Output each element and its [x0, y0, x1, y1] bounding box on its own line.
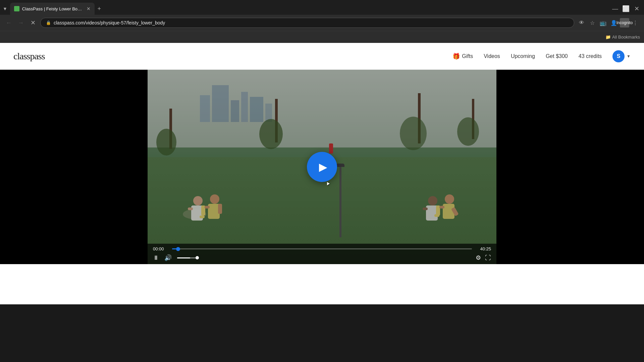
gifts-nav-link[interactable]: 🎁 Gifts [452, 53, 473, 60]
user-avatar: S [612, 50, 625, 62]
menu-button[interactable]: ⋮ [631, 18, 640, 27]
credits-nav-link[interactable]: 43 credits [579, 53, 602, 59]
pause-button[interactable]: ⏸ [153, 254, 159, 261]
pause-icon: ⏸ [153, 254, 159, 261]
controls-right: ⚙ ⛶ [476, 254, 491, 261]
bookmark-star-icon[interactable]: ☆ [588, 18, 597, 27]
volume-icon: 🔊 [164, 254, 172, 261]
classpass-logo[interactable]: classpass [13, 51, 45, 62]
new-tab-button[interactable]: + [95, 4, 104, 13]
active-tab[interactable]: ClassPass | Feisty Lower Body w... ✕ [10, 3, 95, 15]
toolbar-actions: 👁 ☆ 📺 👤 Incognito ⋮ [577, 18, 640, 27]
progress-thumb [176, 247, 180, 251]
bookmarks-label-text: All Bookmarks [612, 35, 640, 40]
back-button[interactable]: ← [4, 18, 13, 27]
play-icon: ▶ [319, 161, 327, 173]
browser-toolbar: ← → ✕ 🔒 classpass.com/videos/physique-57… [0, 15, 644, 31]
page-content: classpass 🎁 Gifts Videos Upcoming Get $3… [0, 43, 644, 304]
current-time: 00:00 [153, 246, 168, 251]
tab-favicon [14, 6, 19, 11]
volume-fill [177, 257, 190, 258]
user-menu[interactable]: S ▼ [612, 50, 631, 62]
reload-button[interactable]: ✕ [28, 18, 38, 27]
address-bar[interactable]: 🔒 classpass.com/videos/physique-57/feist… [40, 18, 574, 28]
progress-track[interactable] [172, 248, 472, 249]
gift-icon: 🎁 [452, 53, 460, 60]
eye-off-icon: 👁 [577, 18, 586, 27]
lock-icon: 🔒 [46, 20, 51, 25]
chevron-down-icon: ▼ [627, 54, 631, 59]
incognito-label: Incognito [620, 18, 629, 27]
cast-icon[interactable]: 📺 [598, 18, 608, 27]
minimize-button[interactable]: — [610, 4, 620, 13]
play-button[interactable]: ▶ [307, 152, 337, 182]
video-container: ▶ 00:00 40:25 [0, 70, 644, 264]
url-text: classpass.com/videos/physique-57/feisty_… [54, 20, 165, 25]
progress-fill [172, 248, 178, 249]
tab-bar: ▼ ClassPass | Feisty Lower Body w... ✕ +… [0, 0, 644, 15]
settings-button[interactable]: ⚙ [476, 254, 481, 261]
time-bar: 00:00 40:25 [153, 246, 491, 251]
controls-row: ⏸ 🔊 ⚙ [153, 254, 491, 261]
volume-button[interactable]: 🔊 [164, 254, 172, 261]
bookmarks-folder-icon[interactable]: 📁 All Bookmarks [605, 35, 640, 40]
maximize-button[interactable]: ⬜ [621, 4, 631, 13]
close-window-button[interactable]: ✕ [632, 4, 641, 13]
forward-button[interactable]: → [16, 18, 25, 27]
videos-nav-link[interactable]: Videos [484, 53, 500, 59]
video-controls: 00:00 40:25 ⏸ 🔊 [148, 244, 496, 264]
volume-slider[interactable] [177, 257, 197, 258]
page-bottom [0, 264, 644, 304]
controls-left: ⏸ 🔊 [153, 254, 197, 261]
browser-chrome: ▼ ClassPass | Feisty Lower Body w... ✕ +… [0, 0, 644, 43]
end-time: 40:25 [476, 246, 491, 251]
bookmarks-bar: 📁 All Bookmarks [0, 31, 644, 43]
video-wrapper[interactable]: ▶ 00:00 40:25 [148, 70, 496, 264]
tab-scroll-left[interactable]: ▼ [0, 6, 10, 11]
navbar: classpass 🎁 Gifts Videos Upcoming Get $3… [0, 43, 644, 70]
fullscreen-button[interactable]: ⛶ [485, 254, 491, 261]
tab-close-button[interactable]: ✕ [87, 6, 91, 11]
nav-links: 🎁 Gifts Videos Upcoming Get $300 43 cred… [452, 50, 631, 62]
fullscreen-icon: ⛶ [485, 254, 491, 261]
get300-nav-link[interactable]: Get $300 [546, 53, 568, 59]
upcoming-nav-link[interactable]: Upcoming [511, 53, 535, 59]
settings-icon: ⚙ [476, 254, 481, 261]
volume-thumb [196, 256, 199, 259]
tab-title: ClassPass | Feisty Lower Body w... [22, 6, 83, 11]
